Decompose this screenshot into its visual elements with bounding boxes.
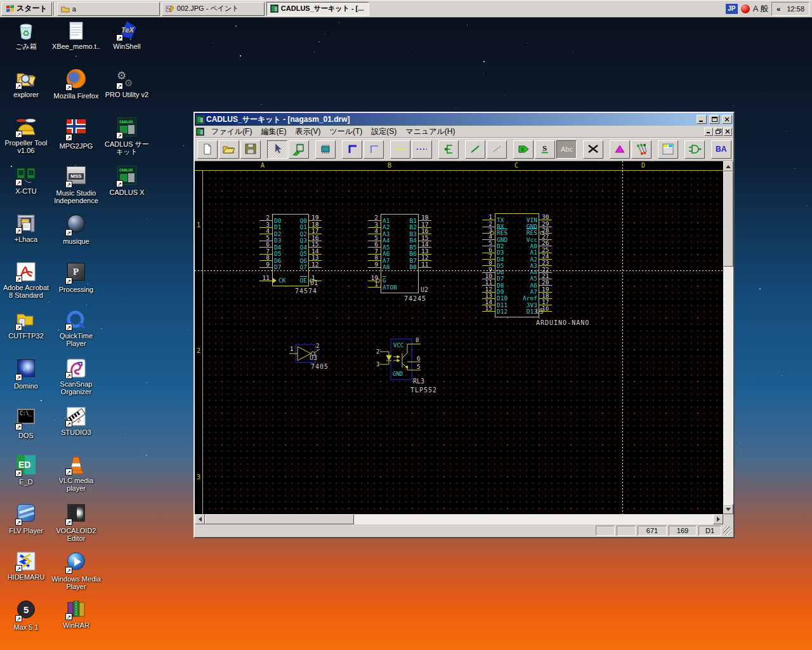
desktop-icon-recycle-bin[interactable]: ♻ごみ箱 [1, 20, 51, 50]
desktop-icon-pro-utility-v2[interactable]: ⚙⚙↗PRO Utility v2 [102, 68, 152, 98]
ime-language-badge[interactable]: JP [726, 4, 738, 14]
desktop-icon-vocaloid2-editor[interactable]: ↗VOCALOID2 Editor [51, 502, 101, 542]
pin-number: 8 [364, 254, 378, 261]
ic-place-tool-button[interactable] [315, 140, 336, 159]
pin-label: A5 [383, 244, 390, 251]
desktop-icon-flv-player[interactable]: ↗FLV Player [1, 502, 51, 534]
gate-tool-button[interactable] [684, 140, 705, 159]
xbee-memo-icon [65, 20, 87, 41]
desktop-icon-max-51[interactable]: 5↗Max 5.1 [1, 599, 51, 631]
abc-text-tool-icon: Abc [559, 142, 574, 156]
delete-tool-button[interactable] [583, 140, 603, 159]
line-dotted-tool-button[interactable] [412, 140, 432, 159]
desktop-icon-winshell[interactable]: TeX↗WinShell [102, 20, 152, 50]
maximize-button[interactable] [709, 115, 719, 124]
string-tool-button[interactable]: S [535, 140, 555, 159]
desktop-icon-processing[interactable]: P↗Processing [51, 261, 101, 293]
menu-item-2[interactable]: 編集(E) [256, 126, 291, 138]
tray-chevron[interactable]: « [776, 5, 780, 13]
desktop-icon-dos[interactable]: C:\_↗DOS [1, 406, 51, 439]
mdi-close-button[interactable] [723, 128, 732, 136]
scroll-right-button[interactable] [713, 514, 723, 524]
line-yellow-tool-button[interactable] [390, 140, 410, 159]
menu-item-4[interactable]: ツール(T) [325, 126, 367, 138]
signal-tag-tool-button[interactable]: S [513, 140, 534, 159]
desktop-icon-e-d[interactable]: ED↗E_D [1, 454, 51, 486]
desktop-icon-cadlus-circuit[interactable]: CADLUS↗CADLUS サーキット [102, 116, 152, 156]
desktop-icon-windows-media-player[interactable]: ↗Windows Media Player [51, 550, 101, 590]
menu-item-5[interactable]: 設定(S) [367, 126, 401, 138]
desktop-icon-musique[interactable]: ↗musique [51, 213, 101, 245]
desktop-icon-studio3[interactable]: ♪↗STUDIO3 [51, 406, 101, 436]
desktop-icon-label: STUDIO3 [51, 428, 101, 436]
desktop-icon-explorer[interactable]: ↗explorer [1, 68, 51, 98]
desktop-icon-label: FLV Player [1, 527, 51, 534]
scroll-down-button[interactable] [723, 504, 733, 514]
horizontal-scroll-thumb[interactable] [205, 514, 354, 524]
open-file-button[interactable] [219, 140, 239, 159]
desktop-icon-hidemaru[interactable]: ↗HIDEMARU [1, 550, 51, 581]
desktop-icon-xbee-memo[interactable]: XBee_memo.t... [51, 20, 101, 58]
start-button[interactable]: スタート [1, 2, 52, 16]
taskbar-window-2[interactable]: 002.JPG - ペイント [162, 2, 265, 16]
horizontal-scrollbar[interactable] [195, 514, 723, 524]
taskbar-window-1[interactable]: a [57, 2, 160, 16]
desktop-icon-cutftp32[interactable]: FTP↗CUTFTP32 [1, 309, 51, 340]
minimize-button[interactable] [697, 115, 707, 124]
desktop-icon-mpg2jpg[interactable]: ↗MPG2JPG [51, 116, 101, 150]
component-select-tool-button[interactable] [289, 140, 309, 159]
pins-tool-button[interactable] [631, 140, 652, 159]
abc-text-tool-button[interactable]: Abc [556, 140, 577, 159]
ba-tool-button[interactable]: BA [711, 140, 731, 159]
menu-item-1[interactable]: ファイル(F) [207, 126, 256, 138]
select-tool-button[interactable] [267, 140, 287, 159]
line-gray-tool-button[interactable] [487, 140, 507, 159]
wire-thin-tool-button[interactable] [363, 140, 384, 159]
close-button[interactable] [722, 115, 732, 124]
component-rl3[interactable]: VCCGND23865 [374, 336, 432, 381]
vertical-scrollbar[interactable] [723, 161, 733, 514]
horizontal-scroll-row [195, 514, 733, 524]
vertical-scroll-thumb[interactable] [723, 171, 733, 267]
desktop-icon-winrar[interactable]: ↗WinRAR [51, 599, 101, 629]
clock[interactable]: 12:58 [787, 5, 804, 13]
scroll-left-button[interactable] [195, 514, 205, 524]
scroll-up-button[interactable] [723, 161, 733, 171]
desktop-icon-propeller-tool[interactable]: ↗Propeller Tool v1.06 [1, 116, 51, 154]
resize-grip[interactable] [723, 526, 732, 535]
sheet-border-top [195, 170, 723, 171]
star [339, 22, 339, 23]
desktop-icon-mozilla-firefox[interactable]: ↗Mozilla Firefox [51, 68, 101, 100]
desktop-icon-cadlus-x[interactable]: CADLUS↗CADLUS X [102, 164, 152, 196]
desktop-icon-domino[interactable]: ♪↗Domino [1, 357, 51, 390]
menu-item-3[interactable]: 表示(V) [291, 126, 325, 138]
line-dotted-tool-icon [414, 142, 429, 156]
shortcut-arrow-icon: ↗ [15, 565, 22, 572]
ime-mode-label[interactable]: A 般 [753, 3, 769, 15]
pin-label: Q3 [290, 237, 307, 244]
svg-text:BA: BA [716, 145, 727, 154]
desktop-icon-x-ctu[interactable]: ↗X-CTU [1, 164, 51, 195]
desktop-icon-quicktime-player[interactable]: ↗QuickTime Player [51, 309, 101, 347]
triangle-tool-button[interactable] [610, 140, 630, 159]
desktop-icon-adobe-acrobat[interactable]: ↗Adobe Acrobat 8 Standard [1, 261, 51, 299]
wire-thick-tool-button[interactable] [342, 140, 362, 159]
mdi-restore-button[interactable] [714, 128, 723, 136]
pin-label: Q2 [290, 230, 307, 237]
desktop-icon-music-studio-independence[interactable]: MSS↗Music Studio Independence [51, 164, 101, 204]
schematic-canvas[interactable]: ABCD1232D019Q03D118Q14D217Q25D316Q36D415… [195, 161, 723, 514]
save-file-button[interactable] [240, 140, 261, 159]
cursor-y: 169 [669, 526, 697, 536]
new-file-button[interactable] [197, 140, 218, 159]
desktop-icon-lhaca[interactable]: ↗+Lhaca [1, 213, 51, 243]
desktop-icon-scansnap-organizer[interactable]: ↗ScanSnap Organizer [51, 357, 101, 395]
ime-app-icon[interactable] [741, 4, 750, 13]
taskbar-window-3[interactable]: CADLUS_サーキット - [... [266, 2, 369, 16]
net-connect-tool-button[interactable] [438, 140, 459, 159]
line-green-tool-button[interactable] [465, 140, 485, 159]
bom-table-tool-button[interactable] [658, 140, 678, 159]
menu-item-6[interactable]: マニュアル(H) [401, 126, 459, 138]
mdi-minimize-button[interactable] [704, 128, 713, 136]
desktop-icon-vlc-media-player[interactable]: ↗VLC media player [51, 454, 101, 492]
title-bar[interactable]: CADLUS_サーキット - [nagasm_01.drw] [195, 113, 733, 126]
